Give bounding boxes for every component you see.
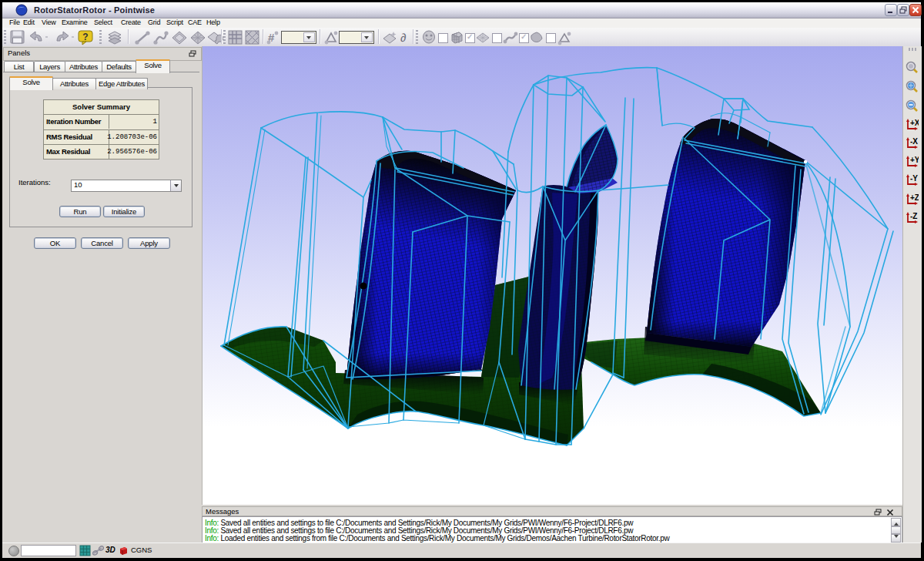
svg-text:-X: -X (910, 137, 918, 146)
svg-text:+Z: +Z (910, 193, 919, 202)
svg-text:?: ? (82, 32, 88, 42)
svg-text:∂: ∂ (400, 31, 406, 44)
svg-text:+X: +X (910, 119, 919, 127)
svg-text:-Y: -Y (910, 174, 918, 183)
svg-text:-Z: -Z (910, 212, 917, 220)
svg-text:+Y: +Y (910, 156, 919, 164)
